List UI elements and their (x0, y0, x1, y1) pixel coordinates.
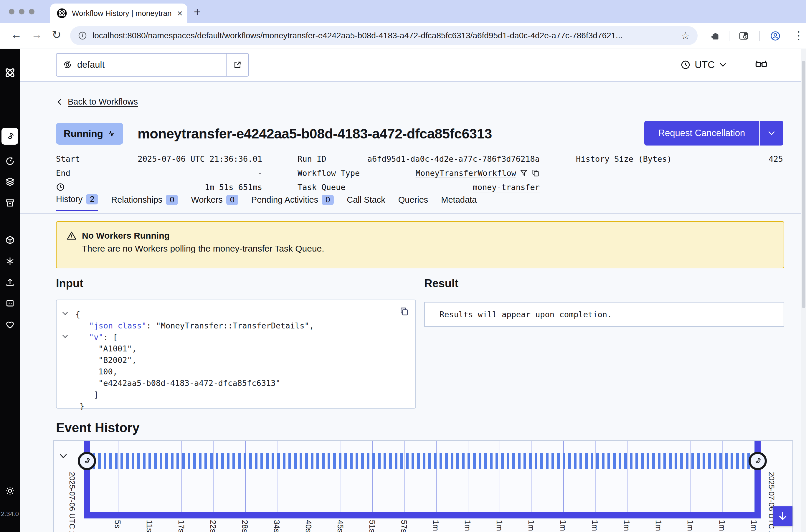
temporal-logo-icon[interactable] (0, 66, 20, 79)
sidebar-item-batch-operations[interactable] (0, 177, 20, 187)
back-to-workflows-link[interactable]: Back to Workflows (56, 97, 138, 107)
sidebar-item-namespaces[interactable] (0, 235, 20, 245)
toolbar-separator (760, 31, 760, 41)
history-size-label: History Size (Bytes) (576, 154, 672, 164)
collapse-chevron-icon[interactable] (62, 312, 68, 315)
bookmark-star-icon[interactable]: ☆ (681, 30, 690, 41)
namespace-external-link-button[interactable] (226, 54, 248, 76)
browser-back-icon[interactable]: ← (11, 28, 22, 41)
gridline (627, 441, 628, 512)
start-label: Start (56, 154, 80, 164)
warning-message: There are no Workers polling the money-t… (82, 244, 784, 254)
code-line: "json_class": "MoneyTransfer::TransferDe… (75, 320, 392, 331)
timeline-axis (84, 512, 761, 518)
collapse-chevron-icon[interactable] (62, 335, 68, 338)
sidebar-item-docs[interactable] (0, 299, 20, 309)
json-text: : [ (103, 332, 118, 342)
code-line: "e4242aa5-b08d-4183-a472-dfca85fc6313" (75, 377, 392, 389)
extensions-icon[interactable] (710, 31, 721, 41)
profile-avatar-icon[interactable] (770, 31, 781, 41)
labs-glasses-icon[interactable] (755, 58, 768, 71)
sidebar-item-import[interactable] (0, 278, 20, 287)
meta-row-workflow-type: Workflow Type MoneyTransferWorkflow (298, 166, 540, 180)
copy-icon[interactable] (532, 169, 540, 177)
sidebar-item-workflows[interactable] (1, 128, 18, 145)
tab-call-stack[interactable]: Call Stack (347, 194, 385, 211)
tab-count-badge: 2 (86, 194, 98, 205)
history-size-value: 425 (769, 154, 783, 164)
request-cancellation-button[interactable]: Request Cancellation (644, 121, 783, 146)
theme-toggle-sun-icon[interactable] (0, 486, 20, 496)
page-scrollbar-thumb[interactable] (802, 61, 805, 308)
cancel-dropdown-button[interactable] (759, 121, 783, 146)
tab-queries[interactable]: Queries (398, 194, 428, 211)
timezone-selector[interactable]: UTC (680, 55, 727, 74)
tick-label: 1m (526, 520, 536, 531)
gridline (181, 441, 182, 512)
meta-row-task-queue: Task Queue money-transfer (298, 180, 540, 194)
gridline (213, 441, 214, 512)
json-text: } (79, 401, 84, 411)
namespace-selector-main[interactable]: default (57, 54, 226, 76)
page-scrollbar[interactable] (801, 49, 806, 532)
tab-search-icon[interactable] (738, 31, 749, 41)
browser-toolbar: ← → ↻ localhost:8080/namespaces/default/… (0, 23, 806, 49)
back-link-label: Back to Workflows (68, 97, 138, 107)
tab-close-icon[interactable]: × (177, 8, 183, 18)
json-text: : "MoneyTransfer::TransferDetails", (147, 321, 314, 330)
scroll-to-bottom-button[interactable] (773, 506, 792, 526)
tab-count-badge: 0 (166, 195, 178, 205)
tick-label: 1m (590, 520, 599, 531)
gridline (532, 441, 532, 512)
task-queue-link[interactable]: money-transfer (473, 183, 540, 192)
tab-relationships[interactable]: Relationships0 (111, 194, 178, 211)
workflow-end-marker[interactable] (749, 452, 767, 470)
tab-label: Relationships (111, 195, 162, 205)
timeline-start-date-label: 2025-07-06 UTC 2 (68, 472, 77, 532)
window-zoom-dot[interactable] (29, 9, 35, 15)
gridline (372, 441, 373, 512)
gridline (118, 441, 118, 512)
new-tab-button[interactable]: + (194, 8, 200, 16)
address-bar[interactable]: localhost:8080/namespaces/default/workfl… (70, 26, 697, 45)
workflow-type-link[interactable]: MoneyTransferWorkflow (416, 169, 516, 178)
duration-value: 1m 51s 651ms (205, 183, 262, 192)
workflow-duration-band[interactable] (87, 453, 758, 469)
status-badge: Running (56, 123, 123, 145)
tab-count-badge: 0 (322, 195, 334, 205)
browser-reload-icon[interactable]: ↻ (52, 28, 61, 41)
tick-label: 5s (113, 520, 122, 529)
copy-input-icon[interactable] (400, 307, 409, 316)
no-workers-warning-banner: No Workers Running There are no Workers … (56, 221, 784, 268)
json-text: "B2002", (98, 356, 137, 365)
browser-menu-icon[interactable]: ⋮ (793, 29, 804, 42)
sidebar-item-archive[interactable] (0, 198, 20, 208)
tick-label: 28s (240, 520, 249, 532)
sidebar-item-nexus[interactable] (0, 256, 20, 266)
tab-workers[interactable]: Workers0 (191, 194, 238, 211)
site-info-icon[interactable] (78, 31, 87, 40)
workflow-detail-page: Back to Workflows Running moneytransfer-… (20, 81, 806, 532)
tab-label: History (56, 194, 82, 204)
filter-funnel-icon[interactable] (520, 169, 528, 177)
window-minimize-dot[interactable] (19, 9, 24, 15)
code-line: "B2002", (75, 354, 392, 366)
sidebar-item-schedules[interactable] (0, 156, 20, 166)
tab-label: Call Stack (347, 195, 385, 205)
timeline-expand-chevron-icon[interactable] (58, 451, 68, 461)
request-cancellation-label[interactable]: Request Cancellation (644, 121, 759, 146)
app-version: 2.34.0 (0, 510, 20, 518)
gridline (595, 441, 596, 512)
sidebar-item-feedback[interactable] (0, 320, 20, 330)
tab-history[interactable]: History2 (56, 194, 98, 211)
gridline (150, 441, 150, 512)
tab-metadata[interactable]: Metadata (441, 194, 477, 211)
browser-tab[interactable]: Workflow History | moneytran × (50, 3, 187, 23)
json-text: 100, (98, 367, 117, 376)
namespace-selector[interactable]: default (56, 53, 249, 77)
tab-pending-activities[interactable]: Pending Activities0 (251, 194, 334, 211)
workflow-start-marker[interactable] (78, 452, 96, 470)
window-close-dot[interactable] (9, 9, 15, 15)
browser-forward-icon[interactable]: → (31, 28, 42, 41)
event-history-timeline: 2025-07-06 UTC 2 2025-07-06 UTC 2 5s11s1… (53, 440, 793, 532)
